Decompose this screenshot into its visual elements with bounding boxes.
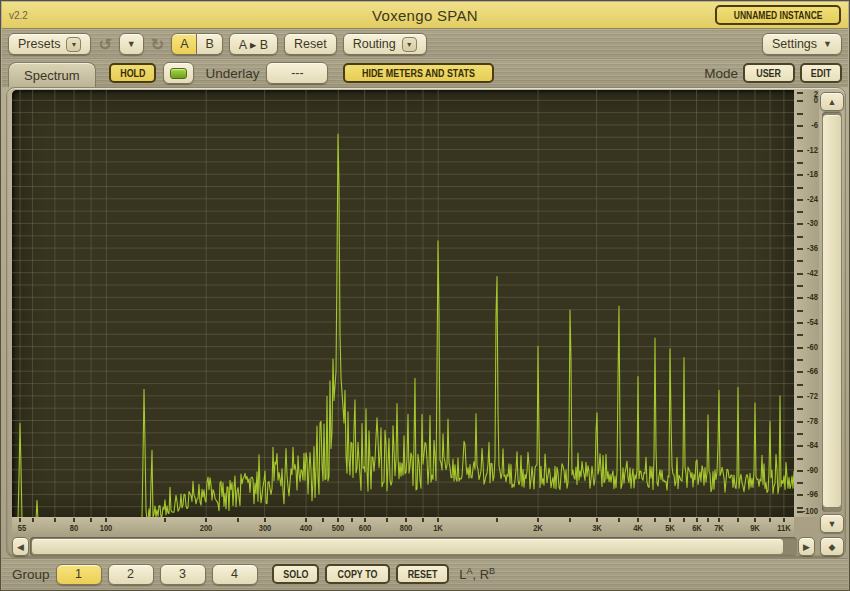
- freq-tick: [569, 518, 571, 522]
- freq-tick: [237, 518, 239, 522]
- routing-button[interactable]: Routing ▼: [343, 33, 427, 55]
- db-label: -54: [807, 317, 818, 327]
- freq-label: 2K: [533, 522, 543, 533]
- db-label: -12: [807, 145, 818, 155]
- db-label: -18: [807, 169, 818, 179]
- db-tick: [797, 334, 803, 336]
- instance-name-button[interactable]: UNNAMED INSTANCE: [715, 5, 841, 25]
- db-tick: [797, 236, 803, 238]
- solo-button[interactable]: SOLO: [272, 564, 320, 584]
- freq-tick: [618, 518, 620, 522]
- group-button-2[interactable]: 2: [108, 564, 154, 585]
- resize-corner-button[interactable]: ◆: [820, 537, 844, 556]
- db-tick: [797, 470, 803, 472]
- db-tick: [797, 174, 803, 176]
- db-tick: [797, 223, 803, 225]
- freq-label: 80: [70, 522, 78, 533]
- presets-button[interactable]: Presets ▼: [8, 33, 91, 55]
- db-tick: [797, 260, 803, 262]
- db-label: -96: [807, 489, 818, 499]
- scroll-up-button[interactable]: ▲: [820, 92, 844, 111]
- freq-label: 1K: [433, 522, 443, 533]
- db-tick: [797, 297, 803, 299]
- group-buttons: 1234: [56, 564, 258, 585]
- reset-group-button[interactable]: RESET: [396, 564, 449, 584]
- db-label: -66: [807, 366, 818, 376]
- main-toolbar: Presets ▼ ↺ ▼ ↻ A B A ▸ B Reset Routing …: [2, 29, 848, 59]
- version-label: v2.2: [9, 10, 28, 21]
- vertical-scrollbar[interactable]: ▲ ▼: [820, 92, 844, 533]
- hold-button[interactable]: HOLD: [109, 63, 157, 83]
- horizontal-scroll-track[interactable]: [30, 537, 797, 556]
- freq-tick: [683, 518, 685, 522]
- freq-label: 500: [332, 522, 345, 533]
- db-label: 0: [814, 95, 818, 105]
- ab-toggle-b[interactable]: B: [197, 33, 222, 55]
- freq-tick: [351, 518, 353, 522]
- horizontal-scrollbar[interactable]: ◀ ▶: [12, 537, 815, 556]
- freq-tick: [654, 518, 656, 522]
- db-tick: [797, 322, 803, 324]
- scroll-down-button[interactable]: ▼: [820, 514, 844, 533]
- db-tick: [797, 371, 803, 373]
- chevron-down-icon: ▼: [823, 39, 832, 49]
- freq-tick: [32, 518, 34, 522]
- freq-label: 600: [358, 522, 371, 533]
- spectrum-plot[interactable]: [12, 90, 794, 517]
- redo-icon: ↻: [150, 35, 165, 54]
- scroll-right-button[interactable]: ▶: [798, 537, 815, 556]
- spectrum-panel: 20-6-12-18-24-30-36-42-48-54-60-66-72-78…: [6, 87, 846, 558]
- group-button-4[interactable]: 4: [212, 564, 258, 585]
- ab-toggle-a[interactable]: A: [171, 33, 197, 55]
- db-tick: [797, 187, 803, 189]
- mode-label: Mode: [704, 66, 738, 81]
- underlay-select[interactable]: ---: [266, 62, 328, 84]
- db-label: -30: [807, 218, 818, 228]
- db-label: -78: [807, 416, 818, 426]
- freq-tick: [737, 518, 739, 522]
- mode-user-button[interactable]: USER: [743, 63, 795, 83]
- db-label: -42: [807, 268, 818, 278]
- freq-label: 7K: [714, 522, 724, 533]
- db-label: -48: [807, 292, 818, 302]
- group-label: Group: [12, 567, 50, 582]
- vertical-scroll-thumb[interactable]: [822, 114, 842, 508]
- freq-tick: [386, 518, 388, 522]
- left-arrow-icon: ◀: [17, 542, 24, 552]
- tab-spectrum[interactable]: Spectrum: [8, 62, 96, 87]
- vertical-scroll-track[interactable]: [822, 112, 842, 512]
- history-dropdown-button[interactable]: ▼: [119, 33, 144, 55]
- undo-icon: ↺: [97, 35, 112, 54]
- a-to-b-button[interactable]: A ▸ B: [229, 33, 278, 55]
- db-tick: [797, 150, 803, 152]
- presets-label: Presets: [18, 37, 60, 51]
- group-button-3[interactable]: 3: [160, 564, 206, 585]
- freq-tick: [707, 518, 709, 522]
- freq-label: 9K: [750, 522, 760, 533]
- db-tick: [797, 100, 803, 102]
- db-ruler: 20-6-12-18-24-30-36-42-48-54-60-66-72-78…: [794, 90, 819, 517]
- group-button-1[interactable]: 1: [56, 564, 102, 585]
- db-tick: [797, 211, 803, 213]
- green-led-icon: [170, 68, 187, 79]
- chevron-down-icon: ▼: [66, 37, 81, 52]
- mode-edit-button[interactable]: EDIT: [800, 63, 842, 83]
- ab-toggle: A B: [171, 33, 223, 55]
- hide-meters-button[interactable]: HIDE METERS AND STATS: [343, 63, 494, 83]
- reset-button[interactable]: Reset: [284, 33, 337, 55]
- plugin-window: v2.2 Voxengo SPAN UNNAMED INSTANCE Prese…: [0, 0, 850, 591]
- db-tick: [797, 482, 803, 484]
- freq-tick: [54, 518, 56, 522]
- db-label: -84: [807, 440, 818, 450]
- freq-tick: [90, 518, 92, 522]
- db-tick: [797, 396, 803, 398]
- copy-to-button[interactable]: COPY TO: [325, 564, 390, 584]
- chevron-down-icon: ▼: [127, 39, 136, 49]
- db-tick: [797, 162, 803, 164]
- scroll-left-button[interactable]: ◀: [12, 537, 29, 556]
- down-arrow-icon: ▼: [828, 519, 837, 529]
- spectrum-color-button[interactable]: [163, 62, 194, 84]
- settings-button[interactable]: Settings ▼: [762, 33, 842, 55]
- horizontal-scroll-thumb[interactable]: [31, 538, 784, 555]
- db-tick: [797, 494, 803, 496]
